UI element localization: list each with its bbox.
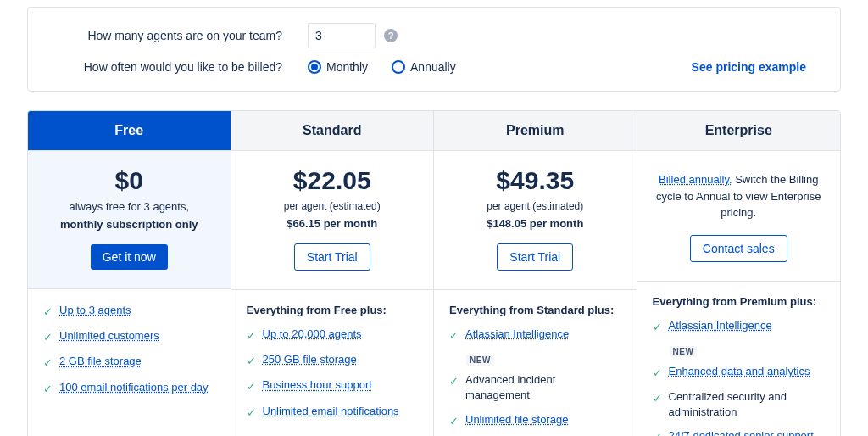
plan-free-header: Free <box>28 111 231 151</box>
plan-free-sub2: monthly subscription only <box>60 218 198 231</box>
plan-premium-pricing: $49.35 per agent (estimated) $148.05 per… <box>434 151 637 290</box>
feature-link[interactable]: 100 email notifications per day <box>59 380 209 395</box>
plan-free-features: ✓Up to 3 agents ✓Unlimited customers ✓2 … <box>28 289 231 422</box>
plan-free-sub1: always free for 3 agents, <box>69 200 189 213</box>
feature-link[interactable]: 250 GB file storage <box>263 352 357 367</box>
feature-link[interactable]: Up to 3 agents <box>59 303 131 318</box>
features-title: Everything from Standard plus: <box>449 304 621 316</box>
plan-premium-sub2: $148.05 per month <box>487 217 583 230</box>
radio-unchecked-icon <box>392 60 405 74</box>
plan-premium-cta[interactable]: Start Trial <box>497 243 573 271</box>
config-panel: How many agents are on your team? ? How … <box>27 7 841 92</box>
billing-annually-radio[interactable]: Annually <box>392 60 456 74</box>
pricing-example-link[interactable]: See pricing example <box>692 60 806 74</box>
features-title: Everything from Premium plus: <box>653 295 826 308</box>
agents-question: How many agents are on your team? <box>62 29 308 42</box>
check-icon: ✓ <box>247 354 256 369</box>
help-icon[interactable]: ? <box>384 29 398 42</box>
check-icon: ✓ <box>653 430 662 436</box>
plan-standard-header: Standard <box>231 111 434 151</box>
feature-link[interactable]: 2 GB file storage <box>59 354 142 369</box>
plan-enterprise-note: Billed annually. Switch the Billing cycl… <box>651 171 827 221</box>
feature-link[interactable]: Atlassian Intelligence <box>669 318 772 333</box>
plan-premium-sub1: per agent (estimated) <box>487 200 583 212</box>
billed-annually-link[interactable]: Billed annually. <box>659 173 732 186</box>
plan-standard-cta[interactable]: Start Trial <box>294 243 370 271</box>
plan-premium-features: Everything from Standard plus: ✓Atlassia… <box>434 290 637 436</box>
plan-premium-header: Premium <box>434 111 637 151</box>
check-icon: ✓ <box>449 374 459 389</box>
features-title: Everything from Free plus: <box>247 304 419 316</box>
feature-link[interactable]: Atlassian Intelligence <box>465 327 569 342</box>
plan-free-cta[interactable]: Get it now <box>91 244 168 270</box>
check-icon: ✓ <box>653 366 662 381</box>
plan-standard-pricing: $22.05 per agent (estimated) $66.15 per … <box>231 151 434 290</box>
plan-premium-price: $49.35 <box>496 166 574 195</box>
plan-standard: Standard $22.05 per agent (estimated) $6… <box>231 111 435 436</box>
feature-text: Centralized security and administration <box>669 389 826 420</box>
new-badge: NEW <box>466 355 494 366</box>
feature-link[interactable]: 24/7 dedicated senior support for all is… <box>669 428 826 436</box>
check-icon: ✓ <box>43 382 53 397</box>
feature-text: Advanced incident management <box>465 372 621 403</box>
feature-link[interactable]: Unlimited email notifications <box>263 404 399 419</box>
plan-enterprise-features: Everything from Premium plus: ✓Atlassian… <box>637 282 841 437</box>
plan-enterprise-header: Enterprise <box>637 111 841 151</box>
check-icon: ✓ <box>247 405 256 421</box>
plan-free-pricing: $0 always free for 3 agents, monthly sub… <box>28 151 231 289</box>
check-icon: ✓ <box>247 328 256 344</box>
plan-enterprise: Enterprise Billed annually. Switch the B… <box>637 111 841 436</box>
plan-premium: Premium $49.35 per agent (estimated) $14… <box>434 111 637 436</box>
billing-question: How often would you like to be billed? <box>62 60 308 74</box>
check-icon: ✓ <box>653 391 662 406</box>
plan-free: Free $0 always free for 3 agents, monthl… <box>28 111 231 436</box>
billing-annually-label: Annually <box>410 60 456 74</box>
check-icon: ✓ <box>653 320 662 335</box>
feature-link[interactable]: Up to 20,000 agents <box>263 327 362 342</box>
pricing-grid: Free $0 always free for 3 agents, monthl… <box>27 110 841 436</box>
new-badge: NEW <box>670 346 698 357</box>
check-icon: ✓ <box>43 330 53 345</box>
feature-link[interactable]: Business hour support <box>263 377 372 393</box>
agents-input[interactable] <box>308 23 376 48</box>
check-icon: ✓ <box>43 355 53 371</box>
plan-free-price: $0 <box>115 166 143 195</box>
feature-link[interactable]: Unlimited file storage <box>465 412 568 428</box>
feature-link[interactable]: Enhanced data and analytics <box>669 364 810 379</box>
check-icon: ✓ <box>247 379 256 394</box>
plan-standard-features: Everything from Free plus: ✓Up to 20,000… <box>231 290 434 436</box>
billing-monthly-radio[interactable]: Monthly <box>308 60 368 74</box>
check-icon: ✓ <box>43 305 53 320</box>
billing-monthly-label: Monthly <box>326 60 368 74</box>
plan-enterprise-cta[interactable]: Contact sales <box>690 235 787 262</box>
radio-checked-icon <box>308 60 321 74</box>
check-icon: ✓ <box>449 414 459 429</box>
plan-standard-price: $22.05 <box>293 166 371 195</box>
plan-standard-sub2: $66.15 per month <box>287 217 377 230</box>
plan-standard-sub1: per agent (estimated) <box>284 200 381 212</box>
feature-link[interactable]: Unlimited customers <box>59 328 159 344</box>
check-icon: ✓ <box>449 328 459 344</box>
plan-enterprise-pricing: Billed annually. Switch the Billing cycl… <box>637 151 841 282</box>
